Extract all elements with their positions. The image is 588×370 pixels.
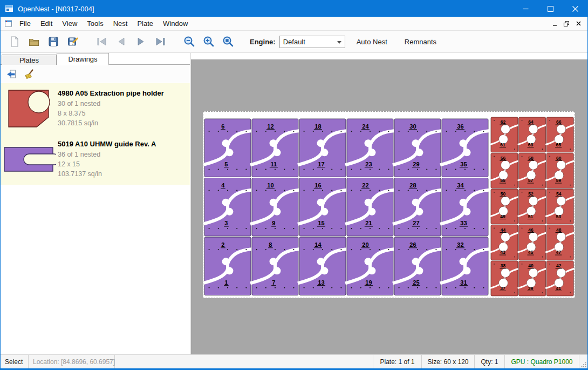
purple-part-pair[interactable]: 3029 — [393, 119, 442, 177]
red-part-pair[interactable]: 5251 — [518, 189, 547, 224]
red-part-pair[interactable]: 4443 — [490, 225, 519, 260]
zoom-fit-button[interactable] — [218, 32, 238, 51]
drill-hole — [464, 169, 466, 170]
menu-item-nest[interactable]: Nest — [108, 17, 133, 31]
minimize-button[interactable] — [513, 1, 538, 17]
slot-cutout — [222, 258, 230, 265]
red-part-pair[interactable]: 6463 — [518, 117, 547, 152]
drill-hole — [370, 228, 371, 229]
purple-part-pair[interactable]: 87 — [250, 237, 300, 295]
part-number: 20 — [362, 241, 368, 248]
save-as-icon — [67, 36, 79, 48]
part-number: 30 — [409, 123, 416, 130]
purple-part-pair[interactable]: 1211 — [250, 119, 300, 177]
slot-cutout — [270, 199, 277, 206]
purple-part-pair[interactable]: 1413 — [298, 237, 347, 295]
purple-part-pair[interactable]: 3635 — [440, 119, 490, 177]
mdi-minimize-button[interactable] — [549, 19, 560, 29]
drill-hole — [514, 220, 515, 221]
status-bar: Select Location: [84.8696, 60.6957] Plat… — [1, 354, 587, 368]
purple-part-pair[interactable]: 1615 — [298, 178, 347, 237]
document-icon[interactable] — [4, 19, 12, 28]
red-part-pair[interactable]: 6665 — [545, 117, 575, 152]
save-as-button[interactable] — [63, 32, 83, 51]
purple-part-pair[interactable]: 3433 — [440, 178, 490, 237]
nest-canvas[interactable]: 6512111817242330293635431091615222128273… — [191, 53, 587, 354]
new-button[interactable] — [5, 32, 24, 51]
purple-part-pair[interactable]: 43 — [203, 178, 252, 237]
purple-part-pair[interactable]: 65 — [203, 119, 252, 177]
slot-cutout — [365, 199, 372, 206]
drill-hole — [227, 190, 228, 191]
red-part-pair[interactable]: 6261 — [490, 117, 519, 152]
drill-hole — [351, 190, 352, 191]
tab-plates[interactable]: Plates — [2, 55, 57, 65]
purple-part-pair[interactable]: 2423 — [345, 119, 395, 177]
remnants-button[interactable]: Remnants — [399, 34, 442, 50]
drawing-item-uhmw-guide[interactable]: 5019 A10 UHMW guide Rev. A 36 of 1 neste… — [1, 134, 190, 185]
part-number: 29 — [413, 161, 419, 167]
red-part-pair[interactable]: 4241 — [545, 261, 575, 296]
next-plate-button[interactable] — [131, 32, 151, 51]
auto-nest-button[interactable]: Auto Nest — [351, 34, 393, 50]
red-part-pair[interactable]: 6059 — [545, 153, 575, 189]
drill-hole — [455, 131, 456, 132]
save-button[interactable] — [44, 32, 63, 51]
mdi-close-button[interactable] — [572, 19, 584, 29]
red-part-pair[interactable]: 4645 — [518, 225, 547, 260]
return-part-button[interactable] — [4, 67, 18, 82]
drill-hole — [426, 228, 427, 229]
menu-item-window[interactable]: Window — [158, 17, 193, 31]
engine-select[interactable]: Default — [279, 36, 345, 48]
menu-item-view[interactable]: View — [57, 17, 82, 31]
drill-hole — [227, 287, 228, 288]
zoom-out-button[interactable] — [180, 32, 199, 51]
red-part-pair[interactable]: 5049 — [490, 189, 519, 224]
red-part-pair[interactable]: 5857 — [518, 153, 547, 189]
clear-button[interactable] — [22, 67, 36, 82]
red-part-pair[interactable]: 4847 — [545, 225, 575, 260]
drill-hole — [245, 228, 247, 229]
menu-item-edit[interactable]: Edit — [36, 17, 57, 31]
drill-hole — [522, 156, 523, 157]
drawing-item-extraction-pipe-holder[interactable]: 4980 A05 Extraction pipe holder 30 of 1 … — [1, 83, 190, 134]
pipe-hole-cutout — [501, 268, 510, 278]
menu-item-plate[interactable]: Plate — [132, 17, 158, 31]
purple-part-pair[interactable]: 3231 — [440, 237, 490, 295]
menu-bar: File Edit View Tools Nest Plate Window — [1, 17, 587, 31]
drill-hole — [304, 249, 305, 250]
purple-part-pair[interactable]: 2625 — [393, 237, 442, 295]
close-button[interactable] — [563, 1, 587, 17]
red-part-pair[interactable]: 3837 — [490, 261, 519, 296]
purple-part-pair[interactable]: 2221 — [345, 178, 395, 237]
previous-plate-button[interactable] — [112, 32, 131, 51]
purple-part-pair[interactable]: 109 — [250, 178, 300, 237]
menu-item-file[interactable]: File — [15, 17, 36, 31]
menu-item-tools[interactable]: Tools — [82, 17, 108, 31]
red-part-pair[interactable]: 5453 — [545, 189, 575, 224]
purple-part-pair[interactable]: 2019 — [345, 237, 395, 295]
open-button[interactable] — [24, 32, 44, 51]
drill-hole — [435, 131, 436, 132]
status-plate-size: Size: 60 x 120 — [421, 355, 474, 368]
mdi-restore-button[interactable] — [560, 19, 572, 29]
last-plate-button[interactable] — [151, 32, 170, 51]
purple-part-pair[interactable]: 1817 — [298, 119, 347, 177]
tab-drawings[interactable]: Drawings — [57, 53, 109, 65]
drill-hole — [379, 131, 380, 132]
nest-plate-svg[interactable]: 6512111817242330293635431091615222128273… — [203, 112, 575, 298]
red-part-pair[interactable]: 4039 — [518, 261, 547, 296]
sidebar: Plates Drawings 4980 A05 Extraction — [1, 53, 190, 354]
slot-cutout — [460, 139, 467, 147]
maximize-button[interactable] — [538, 1, 563, 17]
first-plate-button[interactable] — [92, 32, 112, 51]
drill-hole — [542, 149, 543, 150]
resize-grip[interactable] — [579, 355, 587, 368]
slot-cutout — [317, 139, 325, 147]
purple-part-pair[interactable]: 2827 — [393, 178, 442, 237]
red-part-pair[interactable]: 5655 — [490, 153, 519, 189]
zoom-in-button[interactable] — [199, 32, 218, 51]
drill-hole — [284, 287, 285, 288]
plate-sheet[interactable]: 6512111817242330293635431091615222128273… — [203, 111, 575, 298]
purple-part-pair[interactable]: 21 — [203, 237, 252, 295]
